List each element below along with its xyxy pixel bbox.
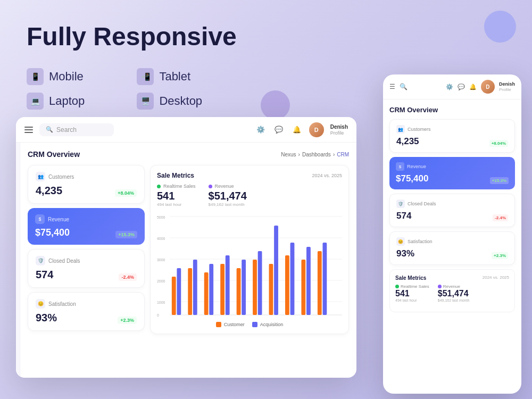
legend-acquisition: Acquisition	[252, 322, 284, 327]
mobile-realtime-dot	[395, 285, 399, 288]
search-box[interactable]: 🔍 Search	[39, 123, 114, 136]
customers-card: 👥 Customers 4,235 +8.04%	[28, 165, 145, 204]
svg-rect-17	[209, 264, 213, 315]
mobile-search-icon[interactable]: 🔍	[400, 83, 408, 90]
device-desktop-label: Desktop	[159, 94, 202, 108]
svg-text:2000: 2000	[157, 279, 165, 284]
svg-rect-22	[253, 260, 257, 315]
mobile-settings-icon[interactable]: ⚙️	[446, 84, 453, 90]
satisfaction-change: +2.3%	[118, 317, 137, 324]
mobile-customers-change: +8.04%	[489, 140, 508, 147]
user-avatar[interactable]: D	[309, 122, 324, 137]
device-mobile-label: Mobile	[49, 70, 84, 84]
mobile-bell-icon[interactable]: 🔔	[469, 84, 477, 90]
closed-deals-icon: 🛡️	[36, 256, 45, 265]
device-grid: 📱 Mobile 📲 Tablet 💻 Laptop 🖥️ Desktop	[27, 68, 237, 110]
svg-rect-15	[193, 260, 197, 315]
svg-text:2016: 2016	[173, 318, 180, 319]
revenue-dot	[209, 185, 212, 188]
mobile-header-icons: ☰ 🔍	[389, 83, 408, 90]
revenue-icon: $	[35, 214, 45, 224]
svg-text:2024: 2024	[302, 318, 310, 319]
mobile-header: ☰ 🔍 ⚙️ 💬 🔔 D Denish Profile	[383, 74, 521, 99]
customers-value-row: 4,235 +8.04%	[36, 185, 137, 197]
revenue-card: $ Revenue $75,400 +15.3%	[28, 208, 145, 245]
bar-chart: 5000 4000 3000 2000 1000 0	[157, 212, 342, 319]
svg-text:3000: 3000	[157, 257, 165, 263]
mobile-revenue-change: +15.3%	[490, 177, 509, 184]
svg-rect-21	[242, 260, 246, 315]
device-laptop-label: Laptop	[49, 94, 85, 108]
hero-section: Fully Responsive 📱 Mobile 📲 Tablet 💻 Lap…	[27, 21, 237, 110]
main-content: CRM Overview Nexus › Dashboards › CRM 👥	[20, 143, 356, 378]
mobile-avatar[interactable]: D	[481, 80, 495, 94]
satisfaction-value-row: 93% +2.3%	[36, 312, 137, 324]
header-right: ⚙️ 💬 🔔 D Denish Profile	[255, 122, 348, 137]
bg-decoration-circle-top	[480, 6, 521, 47]
chart-legend: Customer Acquisition	[157, 322, 342, 327]
svg-rect-19	[226, 255, 230, 315]
device-mobile: 📱 Mobile	[27, 68, 126, 85]
laptop-screenshot: 🔍 Search ⚙️ 💬 🔔 D Denish Profile CRM Ove…	[16, 117, 356, 378]
mobile-revenue-chart-dot	[438, 285, 442, 288]
chat-icon[interactable]: 💬	[273, 124, 285, 136]
revenue-chart-value: $51,474	[209, 190, 247, 202]
svg-text:0: 0	[157, 313, 159, 318]
stats-row: 👥 Customers 4,235 +8.04% $ Revenue	[28, 165, 349, 334]
realtime-sales-sub: 494 last hour	[157, 202, 196, 207]
mobile-revenue-chart-sub: $49,162 last month	[438, 298, 470, 302]
svg-rect-18	[220, 264, 225, 315]
mobile-customers-row: 4,235 +8.04%	[396, 136, 508, 147]
menu-button[interactable]	[24, 127, 33, 133]
revenue-label-row: $ Revenue	[35, 214, 137, 224]
mobile-revenue-row: $75,400 +15.3%	[396, 173, 509, 184]
svg-text:1000: 1000	[157, 300, 165, 305]
breadcrumb-nexus: Nexus	[281, 152, 296, 157]
revenue-metric: Revenue $51,474 $49,162 last month	[209, 184, 247, 207]
satisfaction-card: 😊 Satisfaction 93% +2.3%	[28, 292, 145, 331]
search-placeholder: Search	[56, 126, 77, 134]
satisfaction-label: 😊 Satisfaction	[36, 299, 137, 309]
customers-icon: 👥	[36, 172, 45, 181]
dashboard-header: 🔍 Search ⚙️ 💬 🔔 D Denish Profile	[16, 117, 356, 143]
mobile-satisfaction-row: 93% +2.3%	[396, 248, 508, 259]
mobile-customers-value: 4,235	[396, 136, 419, 147]
mobile-page-title: CRM Overview	[389, 106, 515, 114]
chart-header: Sale Metrics 2024 vs. 2025	[157, 172, 342, 179]
mobile-revenue-card: $ Revenue $75,400 +15.3%	[389, 157, 515, 189]
legend-acquisition-color	[252, 322, 257, 327]
breadcrumb-area: CRM Overview Nexus › Dashboards › CRM	[28, 150, 349, 159]
satisfaction-value: 93%	[36, 312, 57, 324]
settings-icon[interactable]: ⚙️	[255, 124, 267, 136]
mobile-user-name: Denish	[499, 81, 515, 87]
laptop-icon: 💻	[27, 93, 44, 110]
svg-rect-28	[301, 260, 305, 315]
svg-text:2023: 2023	[286, 318, 294, 319]
customers-label: 👥 Customers	[36, 172, 137, 181]
legend-customer-color	[216, 322, 221, 327]
dashboard-body: CRM Overview Nexus › Dashboards › CRM 👥	[16, 143, 356, 378]
chart-metrics-row: Realtime Sales 541 494 last hour Revenue…	[157, 184, 342, 207]
mobile-satisfaction-icon: 😊	[396, 237, 405, 246]
sidebar-strip	[16, 143, 20, 378]
breadcrumb-crm: CRM	[337, 152, 349, 157]
mobile-customers-icon: 👥	[396, 125, 405, 134]
bar-chart-svg: 5000 4000 3000 2000 1000 0	[157, 212, 342, 319]
mobile-closed-deals-label: 🛡️ Closed Deals	[396, 200, 508, 208]
mobile-closed-deals-value: 574	[396, 211, 411, 221]
satisfaction-icon: 😊	[36, 299, 45, 309]
device-laptop: 💻 Laptop	[27, 93, 126, 110]
svg-rect-23	[258, 251, 262, 315]
mobile-chat-icon[interactable]: 💬	[458, 84, 465, 90]
closed-deals-value-row: 574 -2.4%	[36, 269, 137, 281]
closed-deals-value: 574	[36, 269, 53, 281]
mobile-chart-title: Sale Metrics	[395, 275, 426, 281]
svg-rect-30	[318, 251, 322, 315]
mobile-menu-icon[interactable]: ☰	[389, 83, 395, 90]
svg-rect-16	[204, 272, 209, 315]
mobile-closed-deals-row: 574 -2.4%	[396, 211, 508, 221]
customers-value: 4,235	[36, 185, 62, 197]
mobile-revenue-icon: $	[396, 162, 404, 171]
notification-icon[interactable]: 🔔	[291, 124, 303, 136]
mobile-closed-deals-card: 🛡️ Closed Deals 574 -2.4%	[389, 194, 515, 227]
